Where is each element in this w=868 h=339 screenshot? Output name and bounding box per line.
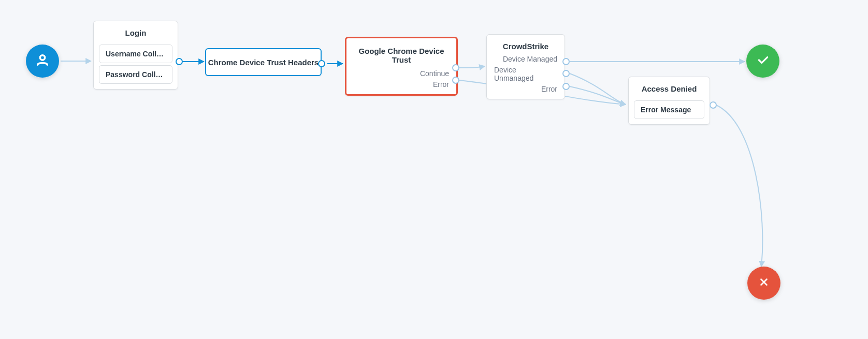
svg-point-0 (40, 55, 45, 60)
output-error[interactable]: Error (433, 80, 449, 89)
port-crowd-error[interactable] (562, 83, 570, 90)
node-outputs: Continue Error (346, 68, 456, 90)
node-title: Login (94, 21, 178, 42)
output-device-unmanaged[interactable]: Device Unmanaged (494, 66, 557, 82)
check-icon (756, 53, 770, 69)
login-step-username[interactable]: Username Colle… (99, 45, 172, 63)
port-headers-out[interactable] (318, 60, 325, 67)
node-access-denied[interactable]: Access Denied Error Message (628, 77, 710, 125)
node-title: Access Denied (629, 77, 710, 98)
fail-terminal[interactable] (747, 267, 780, 300)
port-chrome-continue[interactable] (452, 64, 459, 71)
port-access-denied-out[interactable] (710, 101, 717, 109)
node-title: CrowdStrike (487, 35, 565, 54)
node-title: Google Chrome Device Trust (346, 38, 456, 68)
flow-canvas[interactable]: Login Username Colle… Password Collec… C… (0, 0, 868, 339)
success-terminal[interactable] (746, 45, 779, 78)
port-chrome-error[interactable] (452, 77, 459, 84)
user-icon (35, 53, 50, 69)
port-crowd-managed[interactable] (562, 58, 570, 65)
output-device-managed[interactable]: Device Managed (503, 55, 557, 63)
node-title: Chrome Device Trust Headers (208, 58, 319, 67)
node-login[interactable]: Login Username Colle… Password Collec… (93, 21, 178, 90)
port-login-out[interactable] (176, 58, 183, 65)
output-error[interactable]: Error (541, 85, 557, 93)
login-step-password[interactable]: Password Collec… (99, 65, 172, 84)
close-icon (758, 276, 770, 290)
port-crowd-unmanaged[interactable] (562, 70, 570, 77)
access-denied-step[interactable]: Error Message (634, 100, 704, 119)
output-continue[interactable]: Continue (420, 69, 449, 78)
node-crowdstrike[interactable]: CrowdStrike Device Managed Device Unmana… (486, 34, 565, 99)
start-terminal[interactable] (26, 45, 59, 78)
node-chrome-device-trust[interactable]: Google Chrome Device Trust Continue Erro… (345, 37, 458, 96)
node-chrome-headers[interactable]: Chrome Device Trust Headers (205, 48, 322, 76)
